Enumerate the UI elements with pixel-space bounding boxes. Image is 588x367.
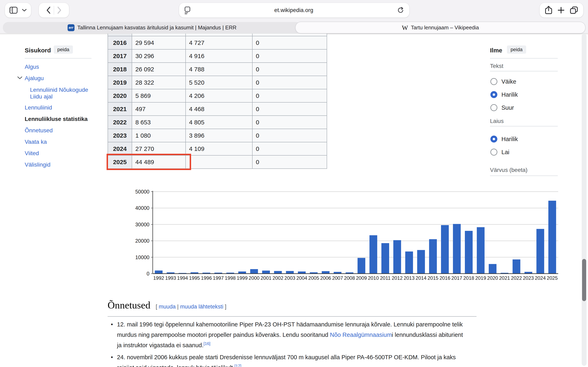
edit-link[interactable]: muuda (159, 304, 176, 310)
section-divider (108, 316, 476, 317)
width-section-title: Laius (490, 118, 504, 124)
section-heading: Õnnetused (108, 299, 150, 311)
toc-item-lennuliinid[interactable]: Lennuliinid (25, 104, 52, 111)
svg-text:1996: 1996 (201, 275, 212, 281)
section-divider (490, 175, 558, 176)
table-row-clipped (108, 34, 327, 36)
appearance-divider (490, 58, 558, 58)
svg-text:20000: 20000 (135, 238, 149, 244)
appearance-hide-button[interactable]: peida (507, 45, 526, 54)
svg-text:1998: 1998 (225, 275, 236, 281)
radio-label[interactable]: Väike (502, 78, 516, 85)
radio-option-harilik-tekst[interactable]: Harilik (490, 91, 518, 98)
tab-wikipedia-active[interactable]: W Tartu lennujaam – Vikipeedia (296, 22, 585, 33)
toc-divider (25, 58, 91, 58)
svg-text:2020: 2020 (487, 275, 498, 281)
radio-icon[interactable] (490, 149, 497, 156)
wikipedia-favicon: W (402, 25, 408, 31)
flight-statistics-table: 201629 5944 7270 201730 2964 9160 201826… (108, 34, 327, 169)
svg-text:1993: 1993 (165, 275, 176, 281)
toc-item-onnetused[interactable]: Õnnetused (25, 127, 53, 134)
radio-icon[interactable] (490, 136, 497, 142)
svg-text:2024: 2024 (535, 275, 546, 281)
svg-text:50000: 50000 (135, 189, 149, 194)
radio-option-harilik-laius[interactable]: Harilik (490, 136, 518, 142)
tab-overview-icon[interactable] (570, 6, 578, 14)
svg-text:0: 0 (147, 271, 149, 276)
url-bar[interactable]: et.wikipedia.org (179, 3, 409, 17)
reload-icon[interactable] (397, 7, 404, 14)
radio-option-vaike[interactable]: Väike (490, 78, 516, 85)
table-row: 201629 5944 7270 (108, 36, 327, 49)
scrollbar-thumb[interactable] (582, 259, 586, 301)
radio-label[interactable]: Lai (502, 149, 509, 156)
svg-text:1992: 1992 (153, 275, 164, 281)
svg-text:2017: 2017 (451, 275, 462, 281)
toc-hide-button[interactable]: peida (54, 45, 73, 54)
tab-title: Tartu lennujaam – Vikipeedia (411, 25, 479, 31)
reference-link[interactable]: [17] (234, 364, 241, 367)
radio-label[interactable]: Suur (502, 104, 514, 111)
edit-links: [ muuda | muuda lähteteksti ] (156, 304, 226, 310)
new-tab-icon[interactable] (558, 7, 564, 14)
edit-source-link[interactable]: muuda lähteteksti (180, 304, 223, 310)
svg-text:2016: 2016 (439, 275, 450, 281)
table-row: 201730 2964 9160 (108, 49, 327, 63)
sidebar-toggle-button[interactable] (5, 3, 31, 17)
screen: et.wikipedia.org err Tallinna Lennujaam … (0, 0, 588, 367)
radio-icon[interactable] (490, 91, 497, 98)
table-row: 201928 3225 5200 (108, 76, 327, 89)
bracket: [ (156, 304, 157, 310)
svg-text:2014: 2014 (416, 275, 426, 281)
forward-button[interactable] (57, 6, 62, 14)
radio-icon[interactable] (490, 78, 497, 85)
table-row: 20228 6534 8050 (108, 116, 327, 129)
list-item: 24. novembril 2006 kukkus peale starti D… (108, 352, 464, 367)
toc-item-ajalugu[interactable]: Ajalugu (25, 75, 44, 82)
appearance-title: Ilme (490, 47, 502, 54)
toc-item-algus[interactable]: Algus (25, 64, 39, 70)
passengers-bar-chart: 0100002000030000400005000019921993199419… (131, 188, 559, 285)
radio-label[interactable]: Harilik (502, 91, 518, 98)
table-row: 20231 0803 8960 (108, 129, 327, 142)
toc-title: Sisukord (25, 47, 51, 54)
svg-text:2005: 2005 (308, 275, 319, 281)
table-row: 202427 2704 1090 (108, 142, 327, 155)
back-button[interactable] (46, 6, 51, 14)
toolbar-right-cluster (540, 3, 583, 17)
radio-label[interactable]: Harilik (502, 136, 518, 142)
scrollbar-track[interactable] (582, 34, 587, 366)
section-divider (490, 71, 558, 71)
tab-err-article[interactable]: err Tallinna Lennujaam kasvatas äritulus… (3, 22, 301, 33)
chevron-down-icon[interactable] (17, 76, 22, 80)
table-row-highlighted: 202544 4890 (108, 155, 327, 169)
radio-option-suur[interactable]: Suur (490, 104, 514, 111)
svg-text:2008: 2008 (344, 275, 355, 281)
toc-item-vaata-ka[interactable]: Vaata ka (25, 139, 47, 145)
reference-link[interactable]: [16] (204, 341, 210, 346)
url-text[interactable]: et.wikipedia.org (190, 7, 397, 13)
svg-text:2025: 2025 (547, 275, 558, 281)
bracket: ] (225, 304, 226, 310)
reader-icon[interactable] (184, 6, 190, 14)
table-row: 201826 0924 7880 (108, 63, 327, 76)
toc-item-viited[interactable]: Viited (25, 150, 39, 157)
separator: | (177, 304, 179, 310)
radio-icon[interactable] (490, 104, 497, 111)
share-icon[interactable] (545, 6, 552, 15)
toc-item-lennuliinid-noukogude[interactable]: Lennuliinid Nõukogude Liidu ajal (30, 86, 91, 100)
browser-toolbar: et.wikipedia.org err Tallinna Lennujaam … (0, 0, 588, 33)
nav-divider (54, 6, 54, 15)
svg-text:2011: 2011 (380, 275, 390, 281)
toc-item-valislingid[interactable]: Välislingid (25, 161, 51, 168)
toc-item-lennuliikluse-statistika[interactable]: Lennuliikluse statistika (25, 116, 87, 122)
article-link[interactable]: Nõo Reaalgümnaasium (330, 332, 392, 338)
svg-text:2006: 2006 (320, 275, 331, 281)
radio-option-lai[interactable]: Lai (490, 149, 509, 156)
section-divider (490, 126, 558, 126)
svg-text:2018: 2018 (463, 275, 474, 281)
svg-text:2021: 2021 (499, 275, 510, 281)
svg-text:10000: 10000 (135, 254, 149, 260)
svg-text:2003: 2003 (285, 275, 295, 281)
svg-text:2000: 2000 (249, 275, 259, 281)
